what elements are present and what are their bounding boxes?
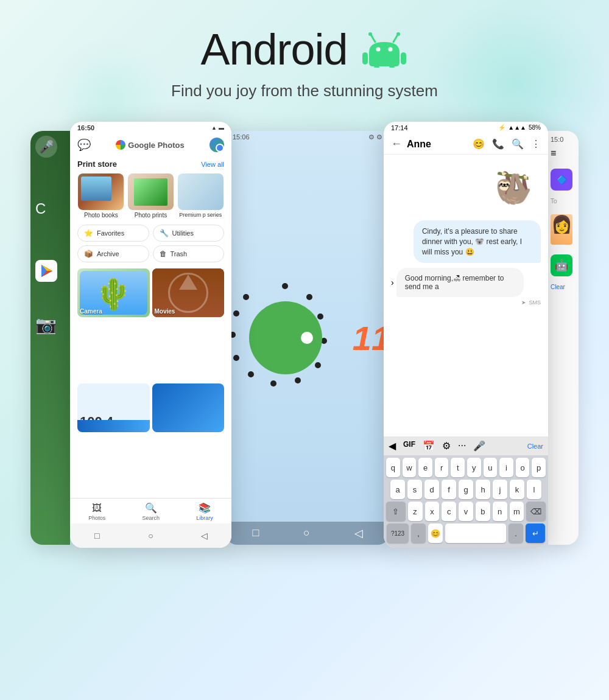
key-emoji[interactable]: 😊 [428, 523, 443, 543]
purple-app-icon: 🔷 [551, 169, 572, 191]
svg-rect-6 [362, 52, 368, 65]
send-icon: ➤ [521, 299, 526, 306]
svg-text:🔷: 🔷 [557, 175, 568, 185]
calendar-icon[interactable]: 📅 [423, 440, 435, 452]
key-comma[interactable]: , [411, 523, 426, 543]
android11-status-bar: 15:06 ⚙ ⚙ [225, 131, 390, 144]
messages-contact-row: ← Anne [391, 138, 431, 150]
emoji-icon[interactable]: 😊 [473, 138, 485, 150]
photo-books-thumb [78, 173, 124, 210]
triangle-btn[interactable] [197, 528, 212, 543]
user-avatar[interactable] [209, 138, 224, 152]
received-msg-container: Cindy, it's a pleasure to share dinner w… [391, 220, 541, 263]
clear-right-label: Clear [551, 284, 576, 290]
key-l[interactable]: l [527, 480, 541, 499]
search-msg-icon[interactable]: 🔍 [512, 138, 524, 150]
movies-grid-item[interactable]: Movies [152, 268, 225, 317]
android11-square-btn[interactable]: □ [252, 527, 259, 540]
circle-btn[interactable] [143, 528, 158, 543]
more-icon[interactable]: ⋮ [531, 138, 541, 150]
key-a[interactable]: a [390, 480, 405, 499]
phone-icon[interactable]: 📞 [492, 138, 504, 150]
expand-icon[interactable]: › [391, 278, 394, 287]
key-u[interactable]: u [484, 458, 498, 477]
clear-button[interactable]: Clear [527, 443, 543, 450]
stripe-decor [77, 420, 150, 432]
photos-top-bar[interactable]: 💬 Google Photos [70, 134, 231, 156]
key-z[interactable]: z [408, 502, 423, 521]
key-r[interactable]: r [435, 458, 449, 477]
blue-grid-item[interactable] [152, 383, 225, 432]
more-keyboard-icon[interactable]: ··· [458, 440, 466, 452]
android11-screen: 15:06 ⚙ ⚙ [225, 131, 390, 545]
bluetooth-icon: ⚡ [498, 124, 505, 131]
received-message-text: Cindy, it's a pleasure to share dinner w… [422, 227, 522, 256]
key-j[interactable]: j [493, 480, 507, 499]
key-m[interactable]: m [510, 502, 524, 521]
key-period[interactable]: . [509, 523, 523, 543]
messages-action-icons: 😊 📞 🔍 ⋮ [473, 138, 541, 150]
key-c[interactable]: c [442, 502, 456, 521]
key-e[interactable]: e [418, 458, 432, 477]
key-n[interactable]: n [493, 502, 507, 521]
sent-message-text: Good morning,🏖 remember to send me a [405, 274, 504, 291]
photo-item-books[interactable]: Photo books [77, 173, 125, 219]
key-p[interactable]: p [532, 458, 546, 477]
back-button[interactable]: ← [391, 138, 402, 150]
favorites-menu-item[interactable]: ⭐ Favorites [77, 225, 149, 242]
key-enter[interactable]: ↵ [526, 523, 545, 543]
android11-circle-btn[interactable]: ○ [303, 527, 310, 540]
archive-menu-item[interactable]: 📦 Archive [77, 245, 149, 262]
star-icon: ⭐ [84, 229, 93, 237]
menu-items-grid: ⭐ Favorites 🔧 Utilities 📦 Archive 🗑 Tras… [70, 221, 231, 266]
archive-label: Archive [97, 250, 119, 257]
key-q[interactable]: q [386, 458, 400, 477]
photo-item-prints[interactable]: Photo prints [127, 173, 175, 219]
key-h[interactable]: h [476, 480, 490, 499]
view-all-link[interactable]: View all [201, 161, 224, 168]
nav-library[interactable]: 📚 Library [196, 502, 213, 521]
utilities-menu-item[interactable]: 🔧 Utilities [153, 225, 225, 242]
key-t[interactable]: t [451, 458, 465, 477]
key-g[interactable]: g [459, 480, 473, 499]
android11-back-btn[interactable]: ◁ [354, 527, 363, 540]
key-i[interactable]: i [499, 458, 513, 477]
sms-label-row: ➤ SMS [391, 299, 541, 306]
key-space[interactable] [445, 523, 506, 543]
search-nav-label: Search [142, 515, 160, 521]
nav-search[interactable]: 🔍 Search [142, 502, 160, 521]
settings-keyboard-icon[interactable]: ⚙ [442, 440, 451, 452]
photo-premium-label: Premium p series [179, 212, 222, 218]
number-grid-item[interactable]: 100.4 [77, 383, 150, 432]
square-btn[interactable] [90, 528, 104, 543]
key-x[interactable]: x [425, 502, 440, 521]
android11-big-circle [249, 301, 322, 374]
movies-label: Movies [155, 308, 175, 315]
gif-icon[interactable]: GIF [403, 440, 415, 452]
phones-showcase: 🎤 C 📷 16:50 ▲ ▬ [0, 119, 609, 557]
trash-menu-item[interactable]: 🗑 Trash [153, 245, 225, 262]
key-b[interactable]: b [476, 502, 490, 521]
key-num[interactable]: ?123 [387, 523, 409, 543]
back-toolbar-icon[interactable]: ◀ [389, 440, 396, 452]
key-shift[interactable]: ⇧ [386, 502, 406, 521]
key-w[interactable]: w [403, 458, 417, 477]
photo-item-premium[interactable]: Premium p series [177, 173, 224, 219]
key-s[interactable]: s [407, 480, 422, 499]
key-v[interactable]: v [459, 502, 473, 521]
phone-messages: 17:14 ⚡ ▲▲▲ 58% ← Anne 😊 📞 🔍 ⋮ [384, 122, 548, 548]
camera-grid-item[interactable]: Camera [77, 268, 150, 317]
key-d[interactable]: d [424, 480, 439, 499]
mic-keyboard-icon[interactable]: 🎤 [473, 440, 485, 452]
mic-icon: 🎤 [35, 136, 57, 158]
key-o[interactable]: o [516, 458, 530, 477]
sent-msg-container: › Good morning,🏖 remember to send me a ➤… [391, 268, 541, 306]
dot-8 [248, 371, 254, 377]
nav-photos[interactable]: 🖼 Photos [88, 503, 105, 521]
page-title: Android [200, 24, 347, 74]
key-f[interactable]: f [442, 480, 456, 499]
key-backspace[interactable]: ⌫ [526, 502, 546, 521]
temp-display: C [35, 200, 65, 217]
key-y[interactable]: y [467, 458, 481, 477]
key-k[interactable]: k [510, 480, 524, 499]
